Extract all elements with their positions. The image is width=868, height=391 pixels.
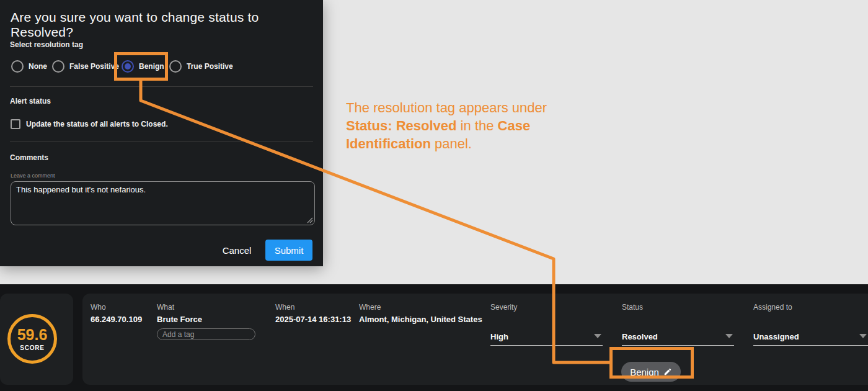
annotation-line-3: Identification panel. xyxy=(346,135,547,153)
chevron-down-icon[interactable] xyxy=(859,334,867,338)
resolution-tag-radio-group: None False Positive Benign True Positive xyxy=(0,60,323,74)
risk-score-ring: 59.6 SCORE xyxy=(7,314,57,364)
submit-button[interactable]: Submit xyxy=(265,240,312,261)
field-where: Where Almont, Michigan, United States xyxy=(359,303,482,324)
chevron-down-icon[interactable] xyxy=(594,334,601,338)
radio-option-benign[interactable]: Benign xyxy=(122,60,164,73)
who-value: 66.249.70.109 xyxy=(91,315,142,324)
case-details-card: Who 66.249.70.109 What Brute Force When … xyxy=(82,294,868,385)
close-alerts-checkbox[interactable] xyxy=(11,119,20,129)
divider xyxy=(10,141,313,142)
field-when: When 2025-07-14 16:31:13 xyxy=(275,303,351,324)
alert-status-label: Alert status xyxy=(10,97,51,106)
status-select[interactable]: Resolved xyxy=(622,331,734,346)
radio-icon[interactable] xyxy=(169,60,182,73)
field-assigned-to: Assigned to Unassigned xyxy=(753,303,868,346)
field-what: What Brute Force xyxy=(157,303,255,340)
comment-textarea[interactable]: This happened but it's not nefarious. xyxy=(11,181,315,225)
risk-score-value: 59.6 xyxy=(17,327,48,343)
radio-option-none[interactable]: None xyxy=(11,60,47,73)
chevron-down-icon[interactable] xyxy=(725,334,733,338)
dialog-title: Are you sure you want to change status t… xyxy=(11,10,323,40)
resolution-tag-chip[interactable]: Benign xyxy=(621,362,681,382)
what-value: Brute Force xyxy=(157,315,255,324)
case-identification-panel: 59.6 SCORE Who 66.249.70.109 What Brute … xyxy=(0,284,868,391)
resolution-tag-label: Select resolution tag xyxy=(10,40,83,49)
field-who: Who 66.249.70.109 xyxy=(91,303,142,324)
annotation-line-2: Status: Resolved in the Case xyxy=(346,117,547,135)
annotation-note: The resolution tag appears under Status:… xyxy=(346,99,547,153)
assigned-to-select[interactable]: Unassigned xyxy=(753,331,868,346)
cancel-button[interactable]: Cancel xyxy=(218,242,255,259)
close-alerts-row: Update the status of all alerts to Close… xyxy=(11,119,168,129)
radio-selected-icon[interactable] xyxy=(122,60,134,73)
page: Are you sure you want to change status t… xyxy=(0,0,868,391)
leave-a-comment-label: Leave a comment xyxy=(11,173,55,179)
radio-option-true-positive[interactable]: True Positive xyxy=(169,60,233,73)
divider xyxy=(10,86,313,87)
score-card: 59.6 SCORE xyxy=(0,294,73,385)
comments-label: Comments xyxy=(10,153,48,162)
radio-icon[interactable] xyxy=(52,60,64,73)
when-value: 2025-07-14 16:31:13 xyxy=(275,315,351,324)
radio-option-false-positive[interactable]: False Positive xyxy=(52,60,119,73)
add-tag-input[interactable] xyxy=(157,328,255,340)
field-status: Status Resolved Benign xyxy=(622,303,734,346)
severity-select[interactable]: High xyxy=(490,331,603,346)
where-value: Almont, Michigan, United States xyxy=(359,315,482,324)
radio-icon[interactable] xyxy=(11,60,24,73)
comment-field-wrap: This happened but it's not nefarious. xyxy=(11,181,315,225)
resize-grip-icon[interactable] xyxy=(307,217,313,223)
annotation-line-1: The resolution tag appears under xyxy=(346,99,547,117)
close-alerts-checkbox-label: Update the status of all alerts to Close… xyxy=(26,120,168,128)
edit-pencil-icon xyxy=(663,367,672,376)
risk-score-label: SCORE xyxy=(20,344,45,351)
field-severity: Severity High xyxy=(490,303,603,346)
change-status-dialog: Are you sure you want to change status t… xyxy=(0,0,323,266)
